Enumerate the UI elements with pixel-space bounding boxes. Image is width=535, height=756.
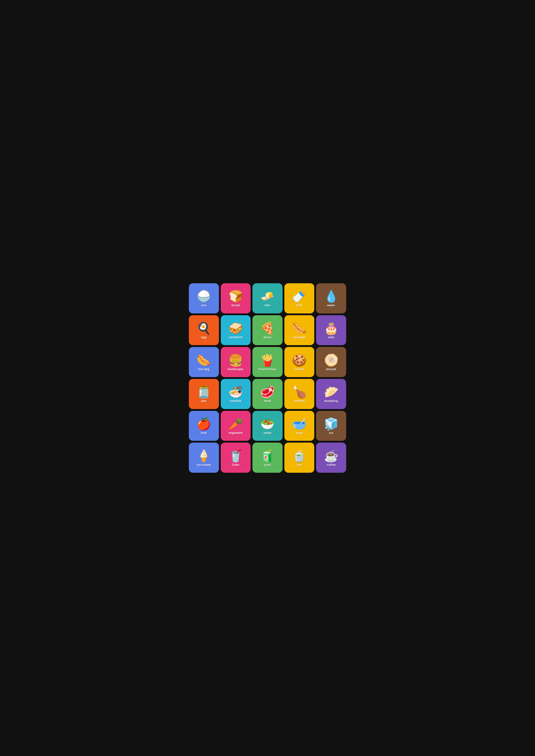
card-salad: 🥗salad <box>252 411 283 441</box>
icon-hot-dog: 🌭 <box>196 354 211 366</box>
card-hamburger: 🍔hamburger <box>221 347 251 377</box>
icon-ice: 🧊 <box>324 418 339 430</box>
label-ice: ice <box>329 431 333 435</box>
card-biscuit: 🫓biscuit <box>316 347 346 377</box>
card-coffee: ☕coffee <box>316 442 346 473</box>
label-hamburger: hamburger <box>228 367 244 371</box>
card-chicken: 🍗chicken <box>284 379 315 409</box>
card-sandwich: 🥪sandwich <box>221 315 251 346</box>
card-milk: 🍼milk <box>284 283 315 314</box>
icon-water: 💧 <box>324 290 339 302</box>
food-grid: 🍚rice🍞bread🧈tofu🍼milk💧water🍳egg🥪sandwich… <box>189 283 346 473</box>
card-coke: 🥤Coke <box>221 442 251 473</box>
icon-milk: 🍼 <box>292 290 307 302</box>
label-sausage: sausage <box>293 336 305 339</box>
label-chicken: chicken <box>294 399 305 403</box>
label-dumpling: dumpling <box>324 399 338 403</box>
icon-fruit: 🍎 <box>196 418 211 430</box>
label-milk: milk <box>296 304 302 307</box>
label-bread: bread <box>232 304 240 307</box>
label-sandwich: sandwich <box>229 336 243 339</box>
icon-french-fries: 🍟 <box>260 354 275 366</box>
icon-vegetable: 🥕 <box>228 418 243 430</box>
card-cake: 🎂cake <box>316 315 346 346</box>
icon-cake: 🎂 <box>324 322 339 334</box>
card-ice: 🧊ice <box>316 411 346 441</box>
label-hot-dog: hot dog <box>198 367 210 371</box>
label-rice: rice <box>201 304 207 307</box>
icon-cookie: 🍪 <box>292 354 307 366</box>
label-coke: Coke <box>232 463 239 467</box>
card-noodles: 🍜noodles <box>221 379 251 409</box>
label-coffee: coffee <box>326 463 336 467</box>
icon-pizza: 🍕 <box>260 322 275 334</box>
icon-juice: 🧃 <box>260 450 275 462</box>
card-soup: 🥣soup <box>284 411 315 441</box>
icon-hamburger: 🍔 <box>228 354 243 366</box>
card-tea: 🍵tea <box>284 442 315 473</box>
card-cookie: 🍪cookie <box>284 347 315 377</box>
label-noodles: noodles <box>230 399 241 403</box>
icon-dumpling: 🥟 <box>324 386 339 398</box>
label-soup: soup <box>296 431 303 435</box>
card-sausage: 🌭sausage <box>284 315 315 346</box>
label-tea: tea <box>297 463 302 467</box>
label-meat: meat <box>264 399 271 403</box>
icon-chicken: 🍗 <box>292 386 307 398</box>
label-tofu: tofu <box>265 304 270 307</box>
label-juice: juice <box>264 463 271 467</box>
label-cake: cake <box>328 336 334 339</box>
card-jam: 🫙jam <box>189 379 219 409</box>
icon-sandwich: 🥪 <box>228 322 243 334</box>
card-water: 💧water <box>316 283 346 314</box>
icon-coke: 🥤 <box>228 450 243 462</box>
label-pizza: pizza <box>264 336 271 339</box>
label-vegetable: vegetable <box>229 431 243 435</box>
card-vegetable: 🥕vegetable <box>221 411 251 441</box>
card-dumpling: 🥟dumpling <box>316 379 346 409</box>
icon-jam: 🫙 <box>196 386 211 398</box>
card-fruit: 🍎fruit <box>189 411 219 441</box>
card-french-fries: 🍟French fries <box>252 347 283 377</box>
card-pizza: 🍕pizza <box>252 315 283 346</box>
label-biscuit: biscuit <box>326 367 336 371</box>
icon-tofu: 🧈 <box>260 290 275 302</box>
label-egg: egg <box>201 336 207 339</box>
icon-ice-cream: 🍦 <box>196 450 211 462</box>
card-bread: 🍞bread <box>221 283 251 314</box>
card-egg: 🍳egg <box>189 315 219 346</box>
label-water: water <box>327 304 335 307</box>
label-french-fries: French fries <box>259 367 276 371</box>
label-fruit: fruit <box>201 431 207 435</box>
icon-sausage: 🌭 <box>292 322 307 334</box>
icon-soup: 🥣 <box>292 418 307 430</box>
card-juice: 🧃juice <box>252 442 283 473</box>
card-ice-cream: 🍦ice-cream <box>189 442 219 473</box>
icon-meat: 🥩 <box>260 386 275 398</box>
card-rice: 🍚rice <box>189 283 219 314</box>
card-tofu: 🧈tofu <box>252 283 283 314</box>
icon-egg: 🍳 <box>196 322 211 334</box>
icon-noodles: 🍜 <box>228 386 243 398</box>
icon-tea: 🍵 <box>292 450 307 462</box>
icon-bread: 🍞 <box>228 290 243 302</box>
label-cookie: cookie <box>295 367 304 371</box>
card-hot-dog: 🌭hot dog <box>189 347 219 377</box>
icon-biscuit: 🫓 <box>324 354 339 366</box>
icon-salad: 🥗 <box>260 418 275 430</box>
icon-coffee: ☕ <box>324 450 339 462</box>
icon-rice: 🍚 <box>196 290 211 302</box>
card-meat: 🥩meat <box>252 379 283 409</box>
label-ice-cream: ice-cream <box>197 463 211 467</box>
label-jam: jam <box>201 399 206 403</box>
label-salad: salad <box>264 431 271 435</box>
